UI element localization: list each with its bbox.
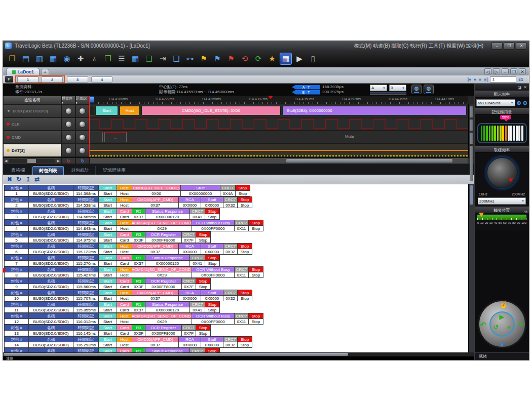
decode-cmd-block[interactable]: CMD0(GO_IDLE_STATE): 0X00 [141, 106, 281, 115]
tab-ladoc1[interactable]: ▦ LaDoc1 [6, 68, 40, 75]
wave-lane-0[interactable]: StartHostCMD0(GO_IDLE_STATE): 0X00Stuff(… [89, 104, 468, 117]
maximize-button[interactable]: ❐ [504, 43, 515, 50]
mdi-minimize-button[interactable]: – [502, 68, 509, 74]
time-scale-select[interactable]: 669.106452ns▼ [476, 99, 515, 106]
pan-right-icon[interactable]: ↷ [518, 321, 524, 329]
image-cards-icon[interactable]: ❑ [170, 53, 182, 65]
add-module-icon[interactable]: ❐ [102, 53, 114, 65]
film-grid-icon[interactable]: ▦ [280, 53, 292, 65]
packet-data-row[interactable]: 13BUS0(SD2.0/SDIO)116.145msStartCard0X3F… [4, 331, 468, 336]
trigger-marker-icon[interactable] [268, 96, 273, 99]
video-player-icon[interactable]: ▶ [293, 53, 306, 65]
nav-inner-circle[interactable]: ▶ ↺ » [489, 311, 515, 337]
bulb-b-button[interactable]: ◍ [424, 85, 434, 94]
panel-close-icon[interactable]: ✕ [523, 85, 527, 90]
globe-icon[interactable]: ● [501, 341, 504, 348]
table-hscrollbar[interactable] [3, 352, 474, 356]
mdi-restore-button[interactable]: ❐ [510, 68, 517, 74]
zoom-forward-icon[interactable]: ⟳ [252, 53, 264, 65]
new-tab-button[interactable]: + [41, 69, 49, 75]
flag-a-icon[interactable]: ⚑ [198, 53, 210, 65]
page-button-3[interactable]: 3 [67, 76, 88, 83]
waveform-hscrollbar[interactable] [90, 157, 468, 164]
tab-表格欄[interactable]: 表格欄 [5, 166, 31, 175]
signal-setting-button[interactable] [75, 117, 89, 131]
trigger-setting-button[interactable] [61, 131, 75, 144]
waveform-vscrollbar[interactable]: ≡ [468, 104, 474, 117]
pan-left-icon[interactable]: ↶ [480, 321, 486, 329]
flag-b-icon[interactable]: ⚑ [211, 53, 223, 65]
window-icon[interactable]: ❏ [143, 53, 155, 65]
decode-lead-block[interactable] [90, 106, 94, 115]
navigation-pad[interactable]: ☝ ↶ ↷ ▶ ↺ » ● [478, 300, 526, 348]
usb-device-icon[interactable]: ▯ [307, 53, 319, 65]
packet-data-row[interactable]: 14BUS0(SD2.0/SDIO)116.292msStartHost0X37… [4, 342, 468, 348]
wave-lane-3[interactable] [89, 144, 468, 157]
tab-prev-button[interactable]: ◁ [484, 68, 491, 74]
cursor-select-0[interactable]: 0▼ [389, 85, 406, 91]
page-button-4[interactable]: 4 [91, 76, 112, 83]
cursor-line[interactable] [89, 96, 90, 157]
mdi-close-button[interactable]: ✕ [519, 68, 526, 74]
connector-icon[interactable]: ⊶ [184, 53, 196, 65]
play-icon[interactable]: ▶ [500, 313, 504, 321]
page-number-input[interactable] [490, 76, 516, 83]
column-header-name[interactable]: 通道名稱 [3, 96, 61, 104]
collapse-packets-button[interactable]: ✖ [7, 176, 12, 183]
signal-setting-button[interactable] [75, 104, 89, 117]
cmd-segment-2[interactable]: … [104, 132, 127, 142]
wave-lane-2[interactable]: ……Mute [89, 131, 468, 144]
camera-icon[interactable]: ◉ [61, 53, 73, 65]
packet-data-row[interactable]: 8BUS0(SD2.0/SDIO)115.427msStartHost0X290… [4, 272, 468, 278]
device-panel-icon[interactable]: ▦ [129, 53, 141, 65]
waveform-vscrollbar[interactable] [468, 144, 474, 157]
rescan-a-button[interactable]: ↻ [61, 157, 75, 164]
insert-signal-icon[interactable]: ⇥ [157, 53, 169, 65]
minimize-button[interactable]: – [491, 43, 503, 50]
zoom-out-icon[interactable]: ⊖ [523, 100, 527, 106]
bulb-a-button[interactable]: ◍ [411, 85, 422, 94]
tools-icon[interactable]: ✚ [74, 53, 87, 65]
expand-icon[interactable]: ▼ [7, 109, 11, 113]
channel-list-scrollbar[interactable]: ◀▶ [3, 157, 61, 164]
nav-first-button[interactable]: |« [467, 77, 471, 82]
waveform-vscrollbar[interactable] [468, 117, 474, 131]
zoom-back-icon[interactable]: ⟲ [239, 53, 251, 65]
decode-start-block[interactable]: Start [95, 106, 118, 115]
nav-prev-button[interactable]: « [474, 77, 476, 82]
signal-setting-button[interactable] [75, 144, 89, 157]
rescan-b-button[interactable]: ↻ [75, 157, 90, 164]
page-panel-icon[interactable]: P [5, 76, 13, 83]
packet-data-row[interactable]: 12BUS0(SD2.0/SDIO)116.012msStartHost0X29… [4, 319, 468, 325]
tab-封包列表[interactable]: 封包列表 [32, 166, 64, 175]
menu-bar[interactable]: 模式(M) 軌道(B) 擷取(C) 執行(R) 工具(T) 視窗(W) 說明(H… [354, 43, 483, 50]
nav-last-button[interactable]: »| [484, 77, 488, 82]
trigger-position-slider[interactable]: % [477, 214, 527, 220]
trigger-slider-thumb[interactable] [479, 213, 484, 217]
favorite-icon[interactable]: ★ [266, 53, 278, 65]
cmd-segment-1[interactable]: … [90, 132, 103, 142]
packet-data-row[interactable]: 7BUS0(SD2.0/SDIO)115.270msStartCard0X370… [4, 261, 468, 266]
loop-icon[interactable]: ↺ [493, 324, 499, 331]
signal-setting-button[interactable] [75, 131, 89, 144]
table-vscrollbar[interactable] [468, 184, 474, 352]
packet-data-row[interactable]: 4BUS0(SD2.0/SDIO)114.843msStartHost0X290… [4, 226, 468, 231]
decode-host-block[interactable]: Host [120, 106, 140, 115]
column-header-signal[interactable]: 訊號設 ▸ [75, 96, 89, 104]
packet-data-row[interactable]: 5BUS0(SD2.0/SDIO)114.975msStartCard0X3F0… [4, 237, 468, 243]
cursor-select-a[interactable]: A▼ [370, 85, 387, 91]
packet-data-row[interactable]: 2BUS0(SD2.0/SDIO)114.538msStartHost0X370… [4, 203, 468, 208]
close-button[interactable]: ✕ [516, 43, 527, 50]
packet-data-row[interactable]: 6BUS0(SD2.0/SDIO)115.122msStartHost0X370… [4, 249, 468, 255]
column-header-trigger[interactable]: 觸發條 ▸ [61, 96, 75, 104]
packet-data-row[interactable]: 1BUS0(SD2.0/SDIO)114.398msStartHost0X000… [4, 191, 468, 196]
sample-rate-select[interactable]: 200MHz▼ [478, 197, 526, 205]
export-packets-button[interactable]: ↥ [25, 176, 30, 183]
open-folder-icon[interactable]: ❒ [6, 53, 18, 65]
packet-settings-button[interactable]: ⇄ [34, 176, 40, 183]
tab-封包統計[interactable]: 封包統計 [65, 166, 96, 175]
nav-next-button[interactable]: » [479, 77, 481, 82]
packet-data-row[interactable]: 3BUS0(SD2.0/SDIO)114.665msStartCard0X370… [4, 214, 468, 220]
wave-lane-1[interactable] [89, 117, 468, 131]
sample-rate-knob[interactable] [486, 157, 518, 188]
